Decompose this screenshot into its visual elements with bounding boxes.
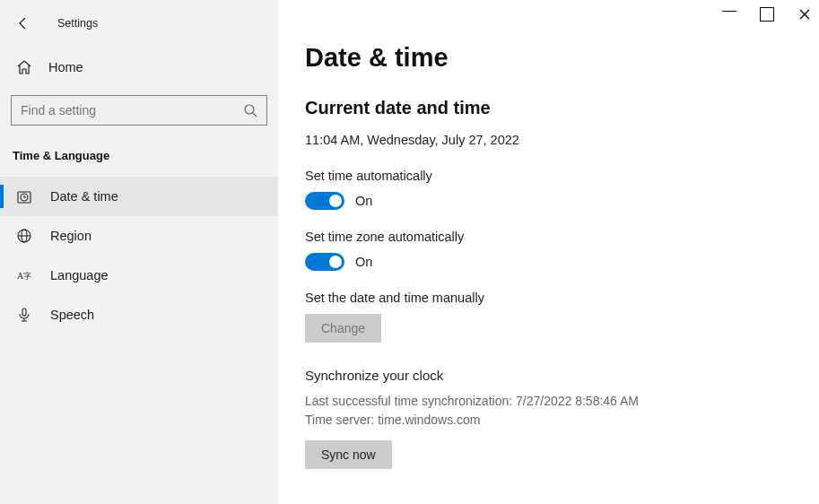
window-close-button[interactable] <box>797 7 812 22</box>
toggle-knob <box>329 195 342 207</box>
svg-line-1 <box>253 113 257 117</box>
svg-point-0 <box>245 105 254 114</box>
window-maximize-button[interactable] <box>760 7 774 22</box>
sidebar-item-label: Region <box>50 229 91 243</box>
search-input[interactable] <box>21 103 243 117</box>
minimize-icon <box>722 11 736 25</box>
close-icon <box>799 9 810 20</box>
clock-icon <box>16 188 34 204</box>
svg-text:字: 字 <box>23 272 31 281</box>
set-time-auto-state: On <box>355 194 372 208</box>
maximize-icon <box>760 7 774 22</box>
change-button[interactable]: Change <box>305 314 381 343</box>
page-title: Date & time <box>305 43 819 73</box>
toggle-knob <box>329 256 342 268</box>
sync-now-button[interactable]: Sync now <box>305 440 392 469</box>
set-time-auto-label: Set time automatically <box>305 169 819 183</box>
sidebar-item-date-time[interactable]: Date & time <box>0 177 278 216</box>
current-datetime: 11:04 AM, Wednesday, July 27, 2022 <box>305 133 819 147</box>
globe-icon <box>16 228 34 244</box>
sync-title: Synchronize your clock <box>305 368 819 383</box>
home-icon <box>16 59 32 75</box>
section-current-title: Current date and time <box>305 98 819 118</box>
sidebar-item-speech[interactable]: Speech <box>0 295 278 335</box>
svg-rect-9 <box>22 308 26 316</box>
sidebar-item-label: Date & time <box>50 189 118 204</box>
mic-icon <box>16 307 34 323</box>
window-title: Settings <box>57 17 98 30</box>
home-label: Home <box>48 60 83 74</box>
sidebar-nav: Date & time Region A字 Language Speech <box>0 171 278 335</box>
back-button[interactable] <box>16 16 30 30</box>
set-tz-auto-state: On <box>355 255 372 269</box>
sidebar: Settings Home Time & Language Date & <box>0 0 278 504</box>
sidebar-item-label: Language <box>50 268 109 282</box>
search-icon <box>243 103 257 117</box>
set-tz-auto-label: Set time zone automatically <box>305 230 819 244</box>
search-box[interactable] <box>11 95 267 126</box>
set-manual-label: Set the date and time manually <box>305 291 819 305</box>
sidebar-item-label: Speech <box>50 308 94 322</box>
language-icon: A字 <box>16 267 34 283</box>
set-tz-auto-toggle[interactable] <box>305 253 344 271</box>
sidebar-category-title: Time & Language <box>0 126 278 171</box>
window-minimize-button[interactable] <box>722 7 736 22</box>
sync-server-text: Time server: time.windows.com <box>305 411 819 430</box>
sidebar-item-language[interactable]: A字 Language <box>0 256 278 295</box>
main-content: Date & time Current date and time 11:04 … <box>278 0 819 504</box>
sync-last-text: Last successful time synchronization: 7/… <box>305 392 819 411</box>
set-time-auto-toggle[interactable] <box>305 192 344 210</box>
sidebar-item-region[interactable]: Region <box>0 216 278 256</box>
home-nav[interactable]: Home <box>0 34 278 95</box>
